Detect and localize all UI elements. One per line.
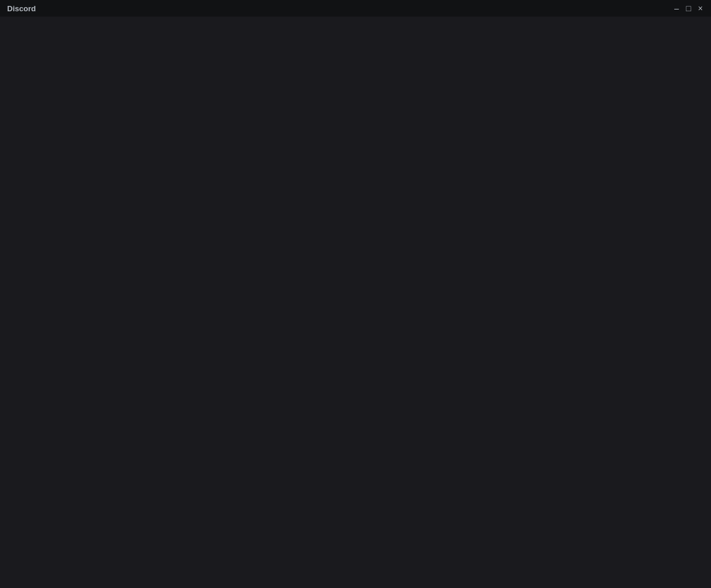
minimize-button[interactable]: – xyxy=(673,5,680,12)
titlebar: Discord – □ × xyxy=(0,0,711,17)
close-window-button[interactable]: × xyxy=(697,5,704,12)
app-title: Discord xyxy=(7,4,36,13)
window-controls: – □ × xyxy=(673,5,704,12)
maximize-button[interactable]: □ xyxy=(685,5,692,12)
